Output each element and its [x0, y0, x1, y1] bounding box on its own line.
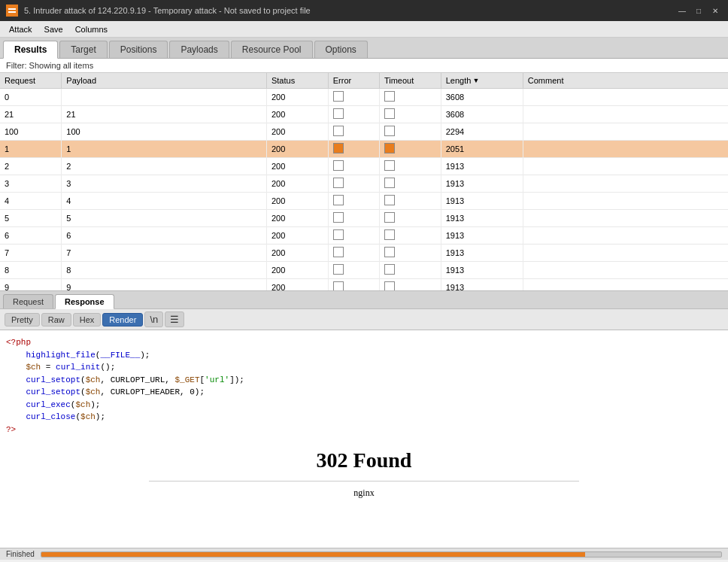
- tab-response[interactable]: Response: [55, 294, 114, 309]
- results-table[interactable]: Request Payload Status Error Timeout Len…: [0, 73, 728, 291]
- checkbox-error[interactable]: [333, 247, 344, 257]
- checkbox-error[interactable]: [333, 143, 344, 153]
- svg-rect-2: [8, 11, 16, 13]
- table-cell-timeout: [379, 175, 441, 193]
- table-cell-payload: 4: [62, 193, 267, 210]
- menu-attack[interactable]: Attack: [3, 23, 38, 35]
- format-pretty-button[interactable]: Pretty: [5, 313, 40, 327]
- table-row[interactable]: 992001913: [0, 279, 728, 292]
- svg-rect-0: [7, 5, 17, 16]
- table-cell-length: 1913: [441, 210, 523, 227]
- checkbox-error[interactable]: [333, 108, 344, 119]
- checkbox-error[interactable]: [333, 281, 344, 291]
- format-hex-button[interactable]: Hex: [73, 313, 102, 327]
- checkbox-timeout[interactable]: [384, 247, 395, 257]
- col-header-payload[interactable]: Payload: [62, 73, 267, 89]
- newline-button[interactable]: \n: [144, 311, 163, 327]
- sort-arrow-icon: ▼: [472, 77, 479, 84]
- table-cell-request: 4: [0, 193, 62, 210]
- format-raw-button[interactable]: Raw: [41, 313, 71, 327]
- tab-payloads[interactable]: Payloads: [169, 41, 229, 58]
- table-row[interactable]: 332001913: [0, 175, 728, 193]
- checkbox-error[interactable]: [333, 229, 344, 240]
- table-cell-comment: [523, 262, 728, 279]
- col-header-status[interactable]: Status: [266, 73, 328, 89]
- status-label: Finished: [6, 550, 35, 558]
- table-cell-length: 1913: [441, 193, 523, 210]
- table-cell-timeout: [379, 262, 441, 279]
- minimize-button[interactable]: —: [675, 4, 689, 17]
- table-cell-payload: 8: [62, 262, 267, 279]
- col-header-length[interactable]: Length ▼: [441, 73, 523, 89]
- tab-results[interactable]: Results: [3, 41, 58, 59]
- checkbox-error[interactable]: [333, 264, 344, 275]
- menu-icon-button[interactable]: ☰: [165, 311, 184, 327]
- table-cell-payload: 6: [62, 227, 267, 245]
- table-cell-length: 1913: [441, 262, 523, 279]
- checkbox-timeout[interactable]: [384, 178, 395, 188]
- tab-options[interactable]: Options: [314, 41, 368, 58]
- table-row[interactable]: 882001913: [0, 262, 728, 279]
- checkbox-timeout[interactable]: [384, 91, 395, 102]
- table-row[interactable]: 222001913: [0, 158, 728, 175]
- table-cell-status: 200: [266, 279, 328, 292]
- response-content[interactable]: <?php highlight_file(__FILE__); $ch = cu…: [0, 330, 728, 548]
- checkbox-timeout[interactable]: [384, 108, 395, 119]
- checkbox-timeout[interactable]: [384, 281, 395, 291]
- table-row[interactable]: 662001913: [0, 227, 728, 245]
- table-row[interactable]: 442001913: [0, 193, 728, 210]
- col-header-comment[interactable]: Comment: [523, 73, 728, 89]
- checkbox-timeout[interactable]: [384, 126, 395, 136]
- table-row[interactable]: 112002051: [0, 141, 728, 158]
- checkbox-timeout[interactable]: [384, 212, 395, 223]
- tab-request[interactable]: Request: [3, 294, 53, 308]
- maximize-button[interactable]: □: [692, 4, 705, 17]
- table-cell-error: [328, 210, 379, 227]
- nginx-label: nginx: [6, 486, 722, 500]
- table-cell-comment: [523, 210, 728, 227]
- checkbox-timeout[interactable]: [384, 195, 395, 205]
- table-row[interactable]: 552001913: [0, 210, 728, 227]
- tab-resource-pool[interactable]: Resource Pool: [231, 41, 313, 58]
- table-row[interactable]: 21212003608: [0, 106, 728, 123]
- menubar: Attack Save Columns: [0, 21, 728, 38]
- checkbox-timeout[interactable]: [384, 264, 395, 275]
- menu-columns[interactable]: Columns: [69, 23, 114, 35]
- table-cell-status: 200: [266, 89, 328, 106]
- checkbox-error[interactable]: [333, 178, 344, 188]
- table-cell-error: [328, 158, 379, 175]
- table-cell-length: 1913: [441, 245, 523, 262]
- checkbox-error[interactable]: [333, 91, 344, 102]
- checkbox-error[interactable]: [333, 126, 344, 136]
- table-cell-error: [328, 227, 379, 245]
- table-row[interactable]: 02003608: [0, 89, 728, 106]
- checkbox-timeout[interactable]: [384, 229, 395, 240]
- col-header-request[interactable]: Request: [0, 73, 62, 89]
- table-row[interactable]: 772001913: [0, 245, 728, 262]
- checkbox-timeout[interactable]: [384, 143, 395, 153]
- app-icon: [6, 5, 18, 17]
- menu-save[interactable]: Save: [38, 23, 69, 35]
- checkbox-error[interactable]: [333, 160, 344, 171]
- checkbox-error[interactable]: [333, 195, 344, 205]
- table-cell-payload: 9: [62, 279, 267, 292]
- table-cell-comment: [523, 193, 728, 210]
- progress-bar: [41, 551, 722, 557]
- table-row[interactable]: 1001002002294: [0, 123, 728, 141]
- format-render-button[interactable]: Render: [102, 313, 143, 327]
- table-cell-status: 200: [266, 106, 328, 123]
- results-data-table: Request Payload Status Error Timeout Len…: [0, 73, 728, 291]
- checkbox-error[interactable]: [333, 212, 344, 223]
- table-cell-timeout: [379, 106, 441, 123]
- table-cell-error: [328, 141, 379, 158]
- col-header-timeout[interactable]: Timeout: [379, 73, 441, 89]
- close-button[interactable]: ✕: [708, 4, 722, 17]
- tab-positions[interactable]: Positions: [109, 41, 168, 58]
- tab-target[interactable]: Target: [59, 41, 107, 58]
- col-header-error[interactable]: Error: [328, 73, 379, 89]
- table-cell-status: 200: [266, 210, 328, 227]
- table-cell-request: 0: [0, 89, 62, 106]
- found-title: 302 Found: [6, 445, 722, 476]
- checkbox-timeout[interactable]: [384, 160, 395, 171]
- request-response-tabs: Request Response: [0, 291, 728, 309]
